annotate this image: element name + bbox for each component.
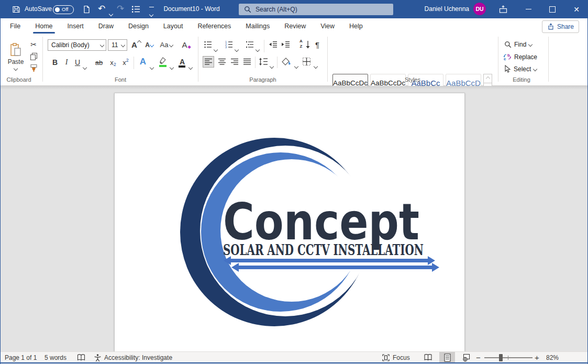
tab-help[interactable]: Help (342, 18, 370, 34)
tab-references[interactable]: References (190, 18, 238, 34)
highlight-color-button[interactable] (157, 56, 169, 68)
new-document-icon[interactable] (82, 5, 91, 14)
read-mode-icon[interactable] (424, 354, 432, 361)
undo-icon[interactable]: ↶ (98, 0, 105, 18)
text-effects-dropdown-icon[interactable] (150, 62, 153, 71)
strikethrough-glyph: ab (95, 59, 103, 67)
page-indicator[interactable]: Page 1 of 1 (5, 352, 37, 363)
numbering-icon[interactable]: 123 (225, 40, 233, 49)
web-layout-icon[interactable] (462, 354, 471, 362)
zoom-slider-thumb[interactable] (499, 354, 503, 361)
format-painter-icon[interactable] (30, 64, 38, 72)
change-case-button[interactable]: Aa (159, 39, 174, 50)
close-button[interactable]: ✕ (564, 0, 588, 18)
accessibility-status[interactable]: Accessibility: Investigate (104, 352, 172, 363)
replace-icon: b c (503, 53, 512, 61)
shading-icon[interactable] (281, 57, 292, 67)
ribbon: Paste ✂ Clipboard Calibri (Body) 11 (1, 35, 587, 86)
decrease-indent-icon[interactable] (269, 40, 278, 49)
tab-view[interactable]: View (313, 18, 342, 34)
document-page[interactable]: Concept SOLAR AND CCTV INSTALLATION (114, 93, 465, 351)
superscript-button[interactable]: x2 (120, 57, 131, 68)
share-button[interactable]: Share (542, 20, 579, 33)
tab-layout[interactable]: Layout (156, 18, 191, 34)
tab-file[interactable]: File (3, 18, 28, 34)
tab-draw[interactable]: Draw (91, 18, 121, 34)
font-size-select[interactable]: 11 (108, 39, 127, 51)
justify-button[interactable] (241, 56, 253, 68)
align-center-button[interactable] (216, 56, 228, 68)
align-left-icon (205, 58, 213, 65)
autosave-toggle[interactable]: Off (53, 5, 74, 14)
sort-icon[interactable]: AZ (296, 39, 306, 49)
font-color-dropdown-icon[interactable] (189, 62, 192, 71)
bold-button[interactable]: B (50, 57, 60, 68)
redo-icon[interactable]: ↷ (117, 0, 124, 18)
word-count[interactable]: 5 words (45, 352, 66, 363)
subscript-button[interactable]: x2 (107, 57, 119, 68)
zoom-slider[interactable] (484, 357, 532, 358)
svg-text:3: 3 (225, 46, 227, 49)
show-hide-marks-button[interactable]: ¶ (313, 39, 322, 50)
tab-insert[interactable]: Insert (60, 18, 91, 34)
borders-icon[interactable] (302, 57, 311, 66)
strikethrough-button[interactable]: ab (93, 57, 105, 68)
font-color-button[interactable]: A (176, 56, 188, 68)
multilevel-list-icon[interactable] (246, 40, 254, 49)
print-layout-button[interactable] (439, 352, 455, 363)
text-effects-button[interactable]: A (137, 56, 149, 68)
find-button[interactable]: Find (504, 41, 532, 48)
focus-icon[interactable] (382, 354, 390, 362)
borders-dropdown-icon[interactable] (314, 61, 317, 70)
zoom-in-button[interactable]: + (535, 352, 539, 363)
company-logo[interactable]: Concept SOLAR AND CCTV INSTALLATION (173, 131, 446, 336)
select-button[interactable]: Select (504, 65, 537, 73)
logo-subtitle: SOLAR AND CCTV INSTALLATION (223, 242, 424, 258)
maximize-button[interactable] (540, 0, 564, 18)
bullets-dropdown-icon[interactable] (214, 44, 217, 53)
line-spacing-dropdown-icon[interactable] (270, 61, 273, 70)
underline-button[interactable]: U (73, 57, 82, 68)
font-group-label: Font (45, 76, 196, 83)
save-icon[interactable] (12, 5, 20, 14)
ribbon-display-options-icon[interactable] (499, 5, 507, 14)
search-input[interactable]: Search (Alt+Q) (239, 4, 393, 15)
replace-button[interactable]: b c Replace (503, 53, 537, 61)
bullets-icon[interactable] (204, 40, 212, 49)
align-left-button[interactable] (203, 56, 214, 68)
avatar[interactable]: DU (473, 3, 486, 15)
tab-design[interactable]: Design (121, 18, 156, 34)
italic-button[interactable]: I (62, 57, 71, 68)
line-spacing-icon[interactable] (259, 58, 268, 66)
font-name-select[interactable]: Calibri (Body) (48, 39, 106, 51)
grow-font-button[interactable]: A (130, 39, 142, 50)
numbering-dropdown-icon[interactable] (235, 44, 238, 53)
bullet-list-icon[interactable] (131, 5, 140, 13)
paste-button[interactable]: Paste (5, 39, 27, 74)
share-label: Share (557, 23, 574, 30)
copy-icon[interactable] (30, 52, 38, 60)
undo-dropdown-icon[interactable] (109, 8, 113, 18)
clipboard-group-label: Clipboard (1, 76, 37, 83)
multilevel-dropdown-icon[interactable] (256, 44, 259, 53)
minimize-button[interactable] (516, 0, 540, 18)
increase-indent-icon[interactable] (281, 40, 290, 49)
shading-dropdown-icon[interactable] (295, 61, 298, 70)
align-right-button[interactable] (229, 56, 240, 68)
proofing-book-icon[interactable] (77, 354, 85, 362)
sort-arrow-icon (305, 40, 310, 49)
tab-review[interactable]: Review (277, 18, 313, 34)
shrink-font-button[interactable]: A (144, 40, 154, 50)
underline-dropdown-icon[interactable] (83, 62, 86, 71)
customize-qat-icon[interactable] (149, 7, 154, 18)
focus-label[interactable]: Focus (393, 352, 410, 363)
highlight-dropdown-icon[interactable] (170, 62, 173, 71)
zoom-level[interactable]: 82% (546, 352, 559, 363)
tab-mailings[interactable]: Mailings (238, 18, 277, 34)
tab-home[interactable]: Home (28, 18, 60, 34)
cut-icon[interactable]: ✂ (29, 40, 38, 49)
user-name[interactable]: Daniel Uchenna (414, 0, 469, 18)
pilcrow-glyph: ¶ (315, 40, 319, 49)
zoom-out-button[interactable]: − (476, 352, 481, 363)
clear-formatting-button[interactable]: A◆ (181, 39, 192, 50)
